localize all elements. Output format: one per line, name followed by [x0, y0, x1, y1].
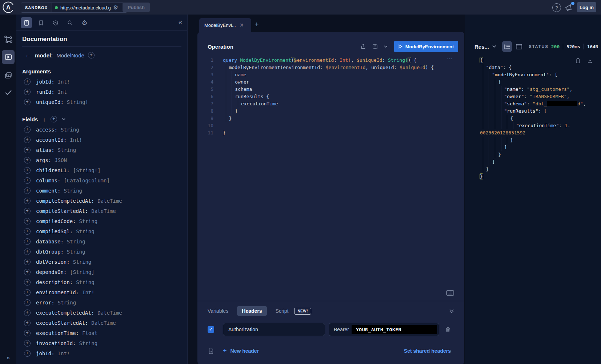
changelog-nav-icon[interactable]	[0, 71, 16, 80]
header-enabled-checkbox[interactable]: ✓	[208, 326, 214, 333]
endpoint-settings-gear-icon[interactable]: ⚙	[113, 5, 118, 11]
help-icon[interactable]: ?	[552, 3, 561, 12]
field-type[interactable]: String	[58, 147, 76, 153]
publish-button[interactable]: Publish	[123, 3, 150, 12]
sort-fields-icon[interactable]: ↓	[43, 116, 46, 122]
schema-graph-icon[interactable]	[0, 35, 16, 44]
doc-field-row[interactable]: childrenL1:[String!]	[16, 165, 187, 175]
response-json-viewer[interactable]: {"data": {"modelByEnvironment": [{"name"…	[465, 57, 601, 180]
header-value-input[interactable]: Bearer YOUR_AUTH_TOKEN	[329, 323, 439, 336]
add-field-icon[interactable]	[24, 126, 31, 133]
field-type[interactable]: String	[58, 300, 76, 306]
add-field-icon[interactable]	[24, 177, 31, 184]
doc-field-row[interactable]: compileStartedAt:DateTime	[16, 206, 187, 216]
add-field-icon[interactable]	[24, 259, 31, 265]
settings-gear-icon[interactable]: ⚙	[79, 17, 90, 28]
breadcrumb-type[interactable]: ModelNode	[56, 52, 84, 58]
doc-field-row[interactable]: dbtVersion:String	[16, 257, 187, 267]
auth-token-value[interactable]: YOUR_AUTH_TOKEN	[352, 325, 437, 334]
add-field-icon[interactable]	[24, 269, 31, 275]
add-field-icon[interactable]	[24, 187, 31, 194]
field-type[interactable]: DateTime	[91, 208, 116, 214]
doc-field-row[interactable]: accountId:Int!	[16, 135, 187, 145]
field-type[interactable]: String	[64, 188, 82, 194]
add-field-icon[interactable]	[24, 299, 31, 306]
add-field-icon[interactable]	[24, 167, 31, 174]
collapse-panel-icon[interactable]: «	[179, 19, 182, 26]
add-field-icon[interactable]	[24, 137, 31, 143]
doc-field-row[interactable]: executionTime:Float	[16, 328, 187, 338]
field-type[interactable]: DateTime	[97, 198, 122, 204]
field-type[interactable]: JSON	[55, 157, 67, 163]
new-header-button[interactable]: + New header	[223, 347, 259, 355]
add-all-fields-icon[interactable]	[88, 52, 95, 58]
add-field-icon[interactable]	[24, 238, 31, 245]
add-field-icon[interactable]	[24, 157, 31, 163]
doc-field-row[interactable]: environmentId:Int!	[16, 287, 187, 298]
apollo-logo-icon[interactable]: A	[2, 1, 15, 13]
doc-field-row[interactable]: args:JSON	[16, 155, 187, 165]
tab-script[interactable]: Script	[276, 308, 289, 314]
field-type[interactable]: DateTime	[91, 320, 116, 326]
doc-field-row[interactable]: compileCompletedAt:DateTime	[16, 196, 187, 206]
doc-field-row[interactable]: runId:Int	[16, 87, 187, 97]
add-field-icon[interactable]	[24, 198, 31, 204]
add-field-icon[interactable]	[24, 218, 31, 225]
header-script-icon[interactable]	[208, 347, 214, 355]
field-type[interactable]: String	[61, 127, 79, 133]
add-field-icon[interactable]	[24, 147, 31, 153]
field-type[interactable]: String	[79, 340, 98, 346]
delete-header-icon[interactable]	[445, 326, 451, 333]
field-type[interactable]: String	[76, 228, 95, 234]
response-title[interactable]: Res...	[474, 44, 489, 50]
add-field-icon[interactable]	[24, 320, 31, 326]
doc-field-row[interactable]: invocationId:String	[16, 338, 187, 348]
doc-field-row[interactable]: database:String	[16, 236, 187, 247]
field-type[interactable]: String!	[67, 99, 88, 105]
doc-field-row[interactable]: alias:String	[16, 145, 187, 155]
field-type[interactable]: Int!	[82, 290, 95, 295]
add-fields-icon[interactable]	[51, 116, 57, 122]
doc-field-row[interactable]: dependsOn:[String]	[16, 267, 187, 277]
field-type[interactable]: String	[73, 259, 92, 265]
doc-field-row[interactable]: description:String	[16, 277, 187, 287]
collapse-panel-chevrons-icon[interactable]	[449, 308, 454, 314]
expand-rail-icon[interactable]: »	[0, 355, 16, 361]
chevron-down-icon[interactable]	[62, 118, 65, 121]
header-name-input[interactable]	[223, 323, 325, 336]
field-type[interactable]: Float	[82, 330, 97, 336]
add-field-icon[interactable]	[24, 330, 31, 336]
add-field-icon[interactable]	[24, 99, 31, 105]
field-type[interactable]: String	[76, 279, 95, 285]
endpoint-input[interactable]: https://metadata.cloud.get ⚙	[52, 3, 127, 12]
add-field-icon[interactable]	[24, 310, 31, 316]
table-view-icon[interactable]	[514, 41, 524, 52]
documentation-tab-icon[interactable]	[21, 17, 32, 28]
login-button[interactable]: Log in	[577, 2, 596, 12]
checks-nav-icon[interactable]	[0, 88, 16, 97]
keyboard-shortcuts-icon[interactable]	[446, 290, 454, 296]
close-tab-icon[interactable]: ✕	[240, 22, 244, 28]
add-field-icon[interactable]	[24, 89, 31, 95]
share-operation-icon[interactable]	[360, 43, 366, 50]
add-field-icon[interactable]	[24, 248, 31, 255]
doc-field-row[interactable]: uniqueId:String!	[16, 97, 187, 107]
field-type[interactable]: Int	[58, 89, 67, 95]
run-operation-button[interactable]: ModelByEnvironment	[394, 41, 458, 52]
field-type[interactable]: String	[79, 218, 98, 224]
field-type[interactable]: DateTime	[97, 310, 122, 316]
add-field-icon[interactable]	[24, 350, 31, 357]
doc-field-row[interactable]: error:String	[16, 298, 187, 308]
tab-variables[interactable]: Variables	[208, 308, 228, 314]
search-icon[interactable]	[64, 17, 76, 28]
doc-field-row[interactable]: executeCompletedAt:DateTime	[16, 308, 187, 318]
doc-field-row[interactable]: jobId:Int!	[16, 77, 187, 87]
field-type[interactable]: Int!	[58, 79, 70, 85]
add-field-icon[interactable]	[24, 279, 31, 286]
doc-field-row[interactable]: jobId:Int!	[16, 348, 187, 359]
endpoint-url[interactable]: https://metadata.cloud.get	[60, 5, 111, 11]
doc-field-row[interactable]: compiledSql:String	[16, 226, 187, 236]
field-type[interactable]: [String!]	[73, 167, 101, 173]
doc-field-row[interactable]: columns:[CatalogColumn]	[16, 175, 187, 186]
field-type[interactable]: String	[67, 239, 85, 244]
